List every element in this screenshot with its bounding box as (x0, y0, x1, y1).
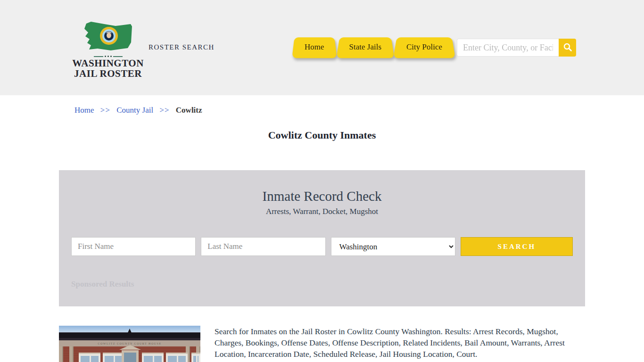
last-name-input[interactable] (201, 237, 325, 256)
nav-item-home[interactable]: Home (293, 37, 336, 58)
nav-item-city-police-label: City Police (406, 42, 442, 52)
breadcrumb-separator: >> (100, 106, 110, 115)
sponsored-results-label: Sponsored Results (71, 280, 573, 289)
nav-item-city-police[interactable]: City Police (395, 37, 454, 58)
nav-item-state-jails[interactable]: State Jails (338, 37, 393, 58)
courthouse-engraving: COWLITZ COUNTY COURT HOUSE (98, 342, 161, 345)
nav-item-home-label: Home (305, 42, 324, 52)
first-name-input[interactable] (71, 237, 196, 256)
breadcrumb-county-jail-link[interactable]: County Jail (116, 106, 153, 115)
search-button[interactable]: SEARCH (461, 237, 573, 256)
logo-divider (70, 56, 146, 57)
site-logo[interactable]: WASHINGTON JAIL ROSTER (70, 20, 146, 79)
county-info-section: COWLITZ COUNTY COURT HOUSE Search for In… (59, 326, 585, 362)
courthouse-window (166, 354, 188, 362)
header-search (457, 39, 576, 57)
county-description: Search for Inmates on the Jail Roster in… (215, 326, 585, 360)
header-search-input[interactable] (457, 39, 559, 57)
nav-item-state-jails-label: State Jails (349, 42, 381, 52)
courthouse-wall (59, 346, 200, 362)
header-search-button[interactable] (559, 39, 576, 57)
courthouse-image: COWLITZ COUNTY COURT HOUSE (59, 326, 200, 362)
breadcrumb-current: Cowlitz (176, 106, 202, 115)
breadcrumb-separator: >> (159, 106, 169, 115)
logo-text-line2: JAIL ROSTER (70, 68, 146, 79)
record-check-form: Washington SEARCH (71, 237, 573, 256)
record-check-title: Inmate Record Check (71, 189, 573, 204)
site-header: WASHINGTON JAIL ROSTER ROSTER SEARCH Hom… (0, 0, 644, 95)
courthouse-window (79, 354, 100, 362)
courthouse-cornice (59, 332, 200, 338)
breadcrumb: Home >> County Jail >> Cowlitz (59, 95, 585, 115)
state-select[interactable]: Washington (331, 237, 455, 256)
page-title: Cowlitz County Inmates (59, 129, 585, 141)
courthouse-center-window (122, 350, 139, 362)
washington-state-seal-icon (70, 20, 146, 54)
record-check-subtitle: Arrests, Warrant, Docket, Mugshot (71, 207, 573, 216)
breadcrumb-home-link[interactable]: Home (74, 106, 94, 115)
site-label: ROSTER SEARCH (149, 43, 215, 51)
inmate-record-check-panel: Inmate Record Check Arrests, Warrant, Do… (59, 170, 585, 306)
search-icon (563, 42, 572, 53)
courthouse-window (142, 354, 164, 362)
main-nav: Home State Jails City Police (293, 37, 454, 58)
logo-text-line1: WASHINGTON (70, 58, 146, 68)
courthouse-window (191, 354, 200, 362)
